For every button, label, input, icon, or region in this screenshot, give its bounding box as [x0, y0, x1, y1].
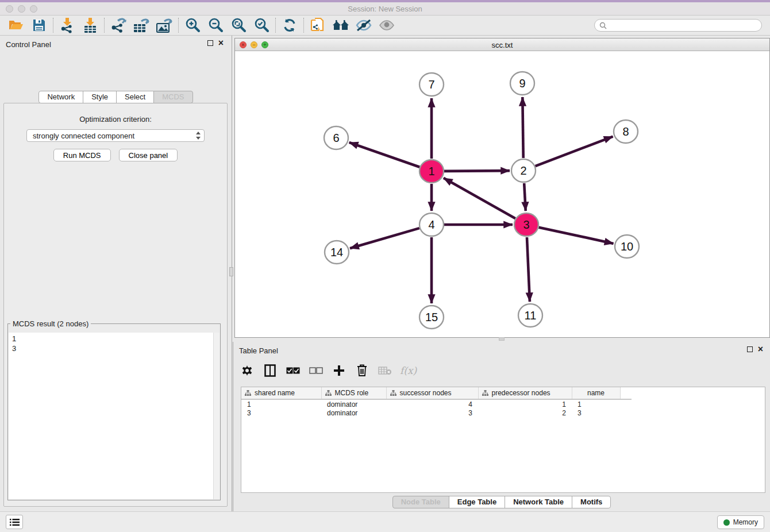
- criterion-select[interactable]: strongly connected component: [26, 129, 205, 142]
- export-table-icon[interactable]: [130, 17, 153, 34]
- graph-edge-2-9[interactable]: [522, 97, 523, 158]
- close-panel-icon[interactable]: ×: [218, 40, 224, 46]
- graph-node-label-11: 11: [525, 309, 537, 322]
- mcds-result-list: 1 3: [9, 333, 213, 499]
- graph-node-label-10: 10: [621, 240, 633, 253]
- memory-label: Memory: [733, 518, 758, 526]
- table-panel: Table Panel × f(x): [233, 342, 770, 511]
- mcds-result-group: MCDS result (2 nodes) 1 3: [7, 319, 221, 500]
- tab-select[interactable]: Select: [116, 91, 154, 103]
- graph-edge-3-10[interactable]: [538, 228, 613, 244]
- graph-node-label-15: 15: [425, 311, 438, 323]
- function-builder-icon[interactable]: f(x): [400, 365, 417, 376]
- toolbar-separator: [275, 18, 276, 33]
- refresh-icon[interactable]: [278, 17, 301, 34]
- tab-node-table[interactable]: Node Table: [392, 496, 449, 508]
- memory-status-icon: [723, 519, 730, 526]
- graph-node-label-8: 8: [622, 125, 629, 138]
- graph-node-label-7: 7: [428, 78, 434, 91]
- graph-node-label-1: 1: [428, 165, 434, 178]
- tab-edge-table[interactable]: Edge Table: [449, 496, 505, 508]
- select-stepper-icon: [195, 131, 202, 140]
- table-row[interactable]: 3 dominator 3 2 3: [241, 408, 632, 418]
- table-type-tabs: Node Table Edge Table Network Table Moti…: [233, 496, 770, 508]
- delete-column-icon[interactable]: [354, 363, 370, 379]
- delete-table-icon[interactable]: [377, 363, 393, 379]
- col-successor-nodes[interactable]: successor nodes: [386, 387, 478, 399]
- graph-node-label-6: 6: [333, 132, 339, 144]
- float-panel-icon[interactable]: [207, 40, 213, 46]
- toolbar-separator: [178, 18, 179, 33]
- create-column-icon[interactable]: [331, 363, 347, 379]
- import-table-icon[interactable]: [79, 17, 102, 34]
- hierarchy-icon: [390, 390, 396, 396]
- import-network-icon[interactable]: [56, 17, 79, 34]
- node-table-container: shared name MCDS role successor nodes pr…: [241, 387, 765, 493]
- tab-mcds[interactable]: MCDS: [153, 91, 192, 103]
- graph-edge-4-14[interactable]: [350, 228, 419, 248]
- tab-style[interactable]: Style: [83, 91, 117, 103]
- tab-network[interactable]: Network: [38, 91, 83, 103]
- control-panel-tabs: Network Style Select MCDS: [0, 91, 232, 103]
- graph-edge-3-11[interactable]: [527, 237, 530, 302]
- zoom-in-icon[interactable]: [181, 17, 204, 34]
- network-window-titlebar[interactable]: × − + scc.txt: [235, 38, 769, 51]
- task-history-button[interactable]: [6, 515, 23, 529]
- mcds-result-title: MCDS result (2 nodes): [10, 319, 91, 328]
- toolbar-separator: [303, 18, 304, 33]
- col-mcds-role[interactable]: MCDS role: [321, 387, 386, 399]
- hierarchy-icon: [482, 390, 488, 396]
- window-accent-strip: [0, 0, 770, 2]
- close-table-panel-icon[interactable]: ×: [758, 346, 763, 352]
- graph-node-label-9: 9: [519, 77, 525, 90]
- graph-node-label-4: 4: [428, 218, 434, 231]
- first-neighbors-icon[interactable]: [329, 17, 352, 34]
- open-session-icon[interactable]: [5, 17, 28, 34]
- search-field[interactable]: [594, 19, 762, 32]
- table-row[interactable]: 1 dominator 4 1 1: [241, 399, 632, 408]
- graph-edge-1-2[interactable]: [444, 171, 510, 171]
- network-graph-canvas[interactable]: 7968124314101511: [235, 51, 769, 337]
- status-bar: Memory: [0, 511, 770, 532]
- graph-edge-2-8[interactable]: [536, 137, 613, 167]
- col-shared-name[interactable]: shared name: [241, 387, 321, 399]
- memory-button[interactable]: Memory: [717, 515, 764, 529]
- export-network-icon[interactable]: [107, 17, 130, 34]
- table-panel-title: Table Panel: [239, 346, 278, 355]
- zoom-out-icon[interactable]: [204, 17, 227, 34]
- search-input[interactable]: [610, 21, 757, 29]
- table-toolbar: f(x): [239, 359, 417, 382]
- show-columns-icon[interactable]: [262, 363, 278, 379]
- graph-edge-1-6[interactable]: [349, 142, 420, 167]
- zoom-selected-icon[interactable]: [250, 17, 273, 34]
- select-all-rows-icon[interactable]: [285, 363, 301, 379]
- col-name[interactable]: name: [572, 387, 620, 399]
- new-network-from-selection-icon[interactable]: [306, 17, 329, 34]
- float-table-panel-icon[interactable]: [747, 346, 753, 352]
- app-titlebar: Session: New Session: [0, 0, 770, 16]
- save-session-icon[interactable]: [28, 17, 51, 34]
- result-scrollbar[interactable]: [213, 333, 220, 499]
- run-mcds-button[interactable]: Run MCDS: [53, 149, 111, 161]
- show-all-icon[interactable]: [375, 17, 398, 34]
- table-settings-gear-icon[interactable]: [239, 363, 255, 379]
- tab-network-table[interactable]: Network Table: [505, 496, 572, 508]
- export-image-icon[interactable]: [153, 17, 176, 34]
- control-panel: Control Panel × Network Style Select MCD…: [0, 36, 232, 511]
- hierarchy-icon: [245, 390, 251, 396]
- hide-selected-icon[interactable]: [352, 17, 375, 34]
- col-predecessor-nodes[interactable]: predecessor nodes: [478, 387, 572, 399]
- deselect-all-rows-icon[interactable]: [308, 363, 324, 379]
- node-table[interactable]: shared name MCDS role successor nodes pr…: [241, 387, 632, 418]
- panel-splitter-grip[interactable]: [229, 267, 233, 276]
- network-view-window: × − + scc.txt 7968124314101511: [234, 38, 770, 338]
- hierarchy-icon: [325, 390, 332, 396]
- close-panel-button[interactable]: Close panel: [119, 149, 178, 161]
- tab-motifs[interactable]: Motifs: [572, 496, 611, 508]
- graph-edge-2-3[interactable]: [524, 183, 526, 211]
- zoom-fit-icon[interactable]: [227, 17, 250, 34]
- graph-edges: [349, 97, 614, 303]
- graph-edge-3-1[interactable]: [444, 178, 515, 218]
- horizontal-splitter-grip[interactable]: [499, 337, 505, 341]
- mcds-tab-panel: Optimization criterion: strongly connect…: [3, 103, 228, 507]
